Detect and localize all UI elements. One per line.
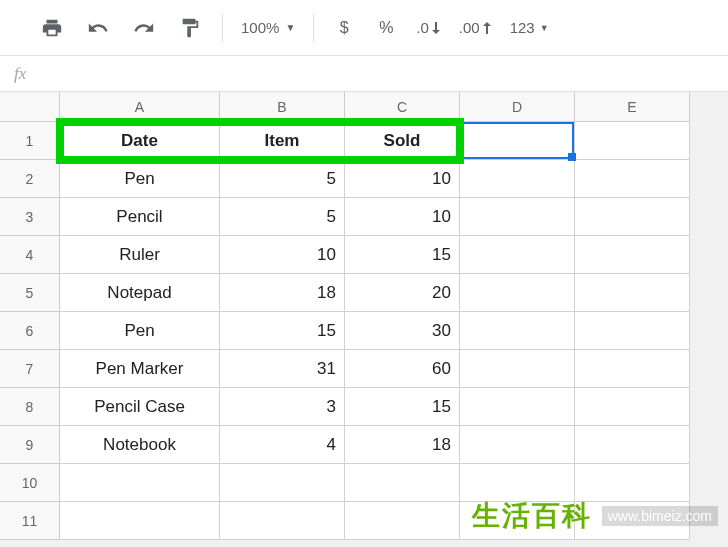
cell-B1[interactable]: Item [220,122,345,160]
cell-E8[interactable] [575,388,690,426]
cell-C4[interactable]: 15 [345,236,460,274]
table-row: 7Pen Marker3160 [0,350,728,388]
cell-D2[interactable] [460,160,575,198]
cell-D4[interactable] [460,236,575,274]
column-header-D[interactable]: D [460,92,575,122]
cell-C7[interactable]: 60 [345,350,460,388]
cell-C2[interactable]: 10 [345,160,460,198]
chevron-down-icon: ▼ [285,22,295,33]
watermark-text: 生活百科 [472,497,592,535]
cell-A6[interactable]: Pen [60,312,220,350]
table-row: 2Pen510 [0,160,728,198]
row-header-9[interactable]: 9 [0,426,60,464]
cell-D9[interactable] [460,426,575,464]
cell-B9[interactable]: 4 [220,426,345,464]
cell-B10[interactable] [220,464,345,502]
cell-E1[interactable] [575,122,690,160]
cell-E6[interactable] [575,312,690,350]
cell-E3[interactable] [575,198,690,236]
print-icon[interactable] [38,14,66,42]
cell-B3[interactable]: 5 [220,198,345,236]
cell-C8[interactable]: 15 [345,388,460,426]
column-header-B[interactable]: B [220,92,345,122]
percent-button[interactable]: % [374,19,398,37]
cell-D1[interactable] [460,122,575,160]
cell-D5[interactable] [460,274,575,312]
chevron-down-icon: ▼ [540,23,549,33]
cell-B4[interactable]: 10 [220,236,345,274]
watermark-url: www.bimeiz.com [602,506,718,526]
cell-A2[interactable]: Pen [60,160,220,198]
cell-C6[interactable]: 30 [345,312,460,350]
cell-B6[interactable]: 15 [220,312,345,350]
column-header-C[interactable]: C [345,92,460,122]
cell-B8[interactable]: 3 [220,388,345,426]
currency-button[interactable]: $ [332,19,356,37]
table-row: 4Ruler1015 [0,236,728,274]
cell-C11[interactable] [345,502,460,540]
column-header-A[interactable]: A [60,92,220,122]
row-header-7[interactable]: 7 [0,350,60,388]
formula-bar[interactable]: fx [0,56,728,92]
cell-E4[interactable] [575,236,690,274]
cell-A1[interactable]: Date [60,122,220,160]
cell-C3[interactable]: 10 [345,198,460,236]
increase-decimal-button[interactable]: .00 [459,19,492,36]
decrease-decimal-button[interactable]: .0 [416,19,441,36]
column-headers: ABCDE [60,92,728,122]
cell-A11[interactable] [60,502,220,540]
zoom-value: 100% [241,19,279,36]
row-header-3[interactable]: 3 [0,198,60,236]
row-header-1[interactable]: 1 [0,122,60,160]
cell-E9[interactable] [575,426,690,464]
fx-label: fx [14,64,26,84]
row-header-10[interactable]: 10 [0,464,60,502]
number-format-dropdown[interactable]: 123 ▼ [510,19,549,36]
cell-A5[interactable]: Notepad [60,274,220,312]
row-header-5[interactable]: 5 [0,274,60,312]
undo-icon[interactable] [84,14,112,42]
cell-B11[interactable] [220,502,345,540]
cell-A4[interactable]: Ruler [60,236,220,274]
cell-D6[interactable] [460,312,575,350]
row-header-2[interactable]: 2 [0,160,60,198]
cell-C10[interactable] [345,464,460,502]
spreadsheet-grid: ABCDE 1DateItemSold2Pen5103Pencil5104Rul… [0,92,728,540]
table-row: 8Pencil Case315 [0,388,728,426]
cell-A7[interactable]: Pen Marker [60,350,220,388]
toolbar-group-left [20,14,222,42]
select-all-corner[interactable] [0,92,60,122]
cell-A9[interactable]: Notebook [60,426,220,464]
cell-E5[interactable] [575,274,690,312]
table-row: 1DateItemSold [0,122,728,160]
cell-C1[interactable]: Sold [345,122,460,160]
paint-format-icon[interactable] [176,14,204,42]
row-header-8[interactable]: 8 [0,388,60,426]
cell-A8[interactable]: Pencil Case [60,388,220,426]
toolbar-group-number: $ % .0 .00 123 ▼ [314,19,566,37]
cell-C5[interactable]: 20 [345,274,460,312]
column-header-E[interactable]: E [575,92,690,122]
toolbar-group-zoom: 100% ▼ [223,19,313,36]
cell-B7[interactable]: 31 [220,350,345,388]
table-row: 3Pencil510 [0,198,728,236]
toolbar: 100% ▼ $ % .0 .00 123 ▼ [0,0,728,56]
row-header-6[interactable]: 6 [0,312,60,350]
row-header-11[interactable]: 11 [0,502,60,540]
cell-E2[interactable] [575,160,690,198]
row-header-4[interactable]: 4 [0,236,60,274]
cell-E7[interactable] [575,350,690,388]
redo-icon[interactable] [130,14,158,42]
cell-B2[interactable]: 5 [220,160,345,198]
zoom-dropdown[interactable]: 100% ▼ [241,19,295,36]
cell-B5[interactable]: 18 [220,274,345,312]
cell-C9[interactable]: 18 [345,426,460,464]
table-row: 9Notebook418 [0,426,728,464]
table-row: 5Notepad1820 [0,274,728,312]
rows-container: 1DateItemSold2Pen5103Pencil5104Ruler1015… [0,122,728,540]
cell-A3[interactable]: Pencil [60,198,220,236]
cell-A10[interactable] [60,464,220,502]
cell-D7[interactable] [460,350,575,388]
cell-D8[interactable] [460,388,575,426]
cell-D3[interactable] [460,198,575,236]
